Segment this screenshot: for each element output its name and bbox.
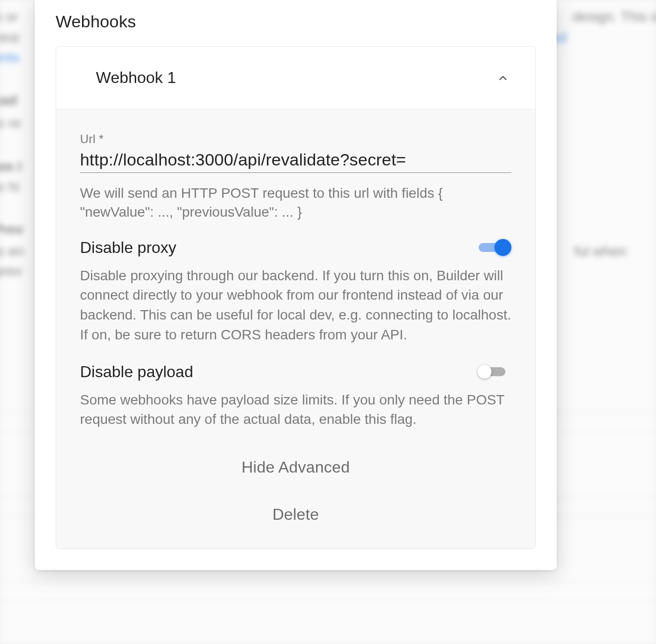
disable-proxy-desc: Disable proxying through our backend. If… (80, 266, 511, 345)
disable-proxy-row: Disable proxy (80, 239, 511, 257)
webhook-card-header[interactable]: Webhook 1 (56, 47, 535, 109)
webhooks-modal: Webhooks Webhook 1 Url * We will send an… (35, 0, 557, 570)
section-title: Webhooks (35, 0, 557, 46)
url-input-wrap (80, 150, 511, 173)
disable-payload-desc: Some webhooks have payload size limits. … (80, 390, 511, 430)
webhook-title: Webhook 1 (96, 69, 176, 87)
webhook-card: Webhook 1 Url * We will send an HTTP POS… (56, 46, 536, 549)
delete-button[interactable]: Delete (80, 494, 511, 535)
url-input[interactable] (80, 150, 511, 169)
disable-payload-label: Disable payload (80, 363, 193, 381)
url-label: Url * (80, 132, 511, 146)
hide-advanced-button[interactable]: Hide Advanced (80, 447, 511, 487)
chevron-up-icon (496, 72, 509, 84)
disable-proxy-label: Disable proxy (80, 239, 176, 257)
webhook-card-body: Url * We will send an HTTP POST request … (56, 109, 535, 549)
disable-payload-row: Disable payload (80, 363, 511, 381)
disable-payload-toggle[interactable] (479, 363, 511, 381)
url-help-text: We will send an HTTP POST request to thi… (80, 184, 511, 222)
disable-proxy-toggle[interactable] (479, 239, 511, 256)
